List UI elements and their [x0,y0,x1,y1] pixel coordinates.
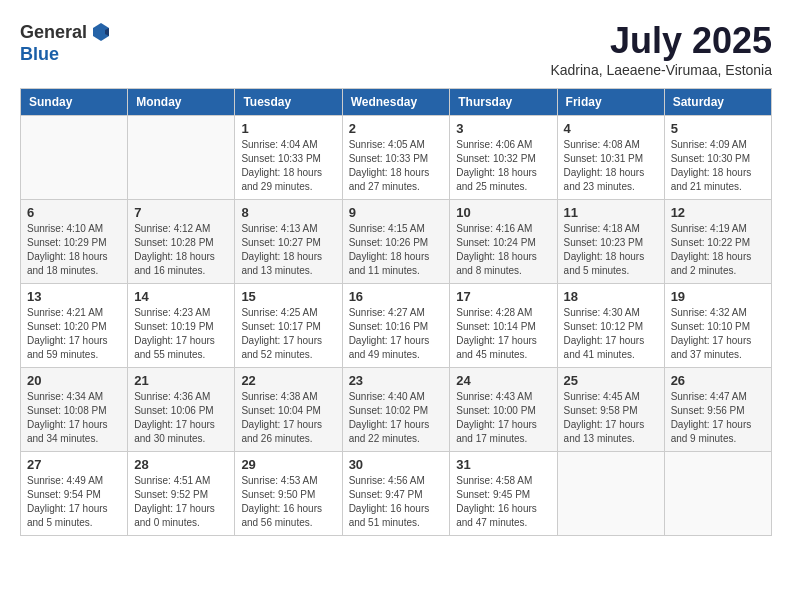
calendar-week-row: 6Sunrise: 4:10 AM Sunset: 10:29 PM Dayli… [21,200,772,284]
calendar-cell: 28Sunrise: 4:51 AM Sunset: 9:52 PM Dayli… [128,452,235,536]
day-number: 26 [671,373,765,388]
day-info: Sunrise: 4:58 AM Sunset: 9:45 PM Dayligh… [456,474,550,530]
calendar-week-row: 13Sunrise: 4:21 AM Sunset: 10:20 PM Dayl… [21,284,772,368]
location-title: Kadrina, Laeaene-Virumaa, Estonia [550,62,772,78]
day-number: 27 [27,457,121,472]
calendar-cell: 18Sunrise: 4:30 AM Sunset: 10:12 PM Dayl… [557,284,664,368]
logo-blue-text: Blue [20,44,59,65]
logo-icon [89,20,113,44]
day-info: Sunrise: 4:15 AM Sunset: 10:26 PM Daylig… [349,222,444,278]
day-number: 19 [671,289,765,304]
day-info: Sunrise: 4:10 AM Sunset: 10:29 PM Daylig… [27,222,121,278]
day-info: Sunrise: 4:53 AM Sunset: 9:50 PM Dayligh… [241,474,335,530]
calendar-cell: 24Sunrise: 4:43 AM Sunset: 10:00 PM Dayl… [450,368,557,452]
calendar-cell: 27Sunrise: 4:49 AM Sunset: 9:54 PM Dayli… [21,452,128,536]
calendar-cell: 5Sunrise: 4:09 AM Sunset: 10:30 PM Dayli… [664,116,771,200]
day-info: Sunrise: 4:47 AM Sunset: 9:56 PM Dayligh… [671,390,765,446]
day-number: 21 [134,373,228,388]
calendar-cell: 2Sunrise: 4:05 AM Sunset: 10:33 PM Dayli… [342,116,450,200]
day-info: Sunrise: 4:09 AM Sunset: 10:30 PM Daylig… [671,138,765,194]
calendar-cell: 12Sunrise: 4:19 AM Sunset: 10:22 PM Dayl… [664,200,771,284]
day-number: 29 [241,457,335,472]
day-number: 16 [349,289,444,304]
day-info: Sunrise: 4:13 AM Sunset: 10:27 PM Daylig… [241,222,335,278]
calendar-cell: 13Sunrise: 4:21 AM Sunset: 10:20 PM Dayl… [21,284,128,368]
day-info: Sunrise: 4:40 AM Sunset: 10:02 PM Daylig… [349,390,444,446]
column-header-saturday: Saturday [664,89,771,116]
calendar-cell: 7Sunrise: 4:12 AM Sunset: 10:28 PM Dayli… [128,200,235,284]
day-number: 14 [134,289,228,304]
day-number: 11 [564,205,658,220]
day-info: Sunrise: 4:49 AM Sunset: 9:54 PM Dayligh… [27,474,121,530]
calendar-cell [128,116,235,200]
day-number: 8 [241,205,335,220]
calendar-cell: 9Sunrise: 4:15 AM Sunset: 10:26 PM Dayli… [342,200,450,284]
day-number: 2 [349,121,444,136]
day-number: 12 [671,205,765,220]
day-info: Sunrise: 4:56 AM Sunset: 9:47 PM Dayligh… [349,474,444,530]
day-number: 17 [456,289,550,304]
calendar-cell: 17Sunrise: 4:28 AM Sunset: 10:14 PM Dayl… [450,284,557,368]
calendar-cell: 31Sunrise: 4:58 AM Sunset: 9:45 PM Dayli… [450,452,557,536]
title-section: July 2025 Kadrina, Laeaene-Virumaa, Esto… [550,20,772,78]
logo: General Blue [20,20,113,65]
day-info: Sunrise: 4:12 AM Sunset: 10:28 PM Daylig… [134,222,228,278]
calendar-cell [21,116,128,200]
day-number: 30 [349,457,444,472]
column-header-monday: Monday [128,89,235,116]
day-info: Sunrise: 4:18 AM Sunset: 10:23 PM Daylig… [564,222,658,278]
day-number: 18 [564,289,658,304]
day-number: 15 [241,289,335,304]
calendar-cell: 3Sunrise: 4:06 AM Sunset: 10:32 PM Dayli… [450,116,557,200]
calendar-cell: 22Sunrise: 4:38 AM Sunset: 10:04 PM Dayl… [235,368,342,452]
day-info: Sunrise: 4:36 AM Sunset: 10:06 PM Daylig… [134,390,228,446]
day-number: 5 [671,121,765,136]
calendar-cell: 29Sunrise: 4:53 AM Sunset: 9:50 PM Dayli… [235,452,342,536]
day-info: Sunrise: 4:45 AM Sunset: 9:58 PM Dayligh… [564,390,658,446]
calendar-cell: 1Sunrise: 4:04 AM Sunset: 10:33 PM Dayli… [235,116,342,200]
calendar-cell: 10Sunrise: 4:16 AM Sunset: 10:24 PM Dayl… [450,200,557,284]
day-number: 10 [456,205,550,220]
day-info: Sunrise: 4:06 AM Sunset: 10:32 PM Daylig… [456,138,550,194]
day-info: Sunrise: 4:19 AM Sunset: 10:22 PM Daylig… [671,222,765,278]
day-info: Sunrise: 4:34 AM Sunset: 10:08 PM Daylig… [27,390,121,446]
calendar-cell: 26Sunrise: 4:47 AM Sunset: 9:56 PM Dayli… [664,368,771,452]
calendar-cell: 20Sunrise: 4:34 AM Sunset: 10:08 PM Dayl… [21,368,128,452]
day-info: Sunrise: 4:04 AM Sunset: 10:33 PM Daylig… [241,138,335,194]
page-header: General Blue July 2025 Kadrina, Laeaene-… [20,20,772,78]
column-header-friday: Friday [557,89,664,116]
day-number: 24 [456,373,550,388]
day-number: 9 [349,205,444,220]
day-info: Sunrise: 4:32 AM Sunset: 10:10 PM Daylig… [671,306,765,362]
logo-general-text: General [20,22,87,43]
day-info: Sunrise: 4:51 AM Sunset: 9:52 PM Dayligh… [134,474,228,530]
day-number: 6 [27,205,121,220]
calendar-cell: 8Sunrise: 4:13 AM Sunset: 10:27 PM Dayli… [235,200,342,284]
calendar-header-row: SundayMondayTuesdayWednesdayThursdayFrid… [21,89,772,116]
column-header-tuesday: Tuesday [235,89,342,116]
calendar-cell: 25Sunrise: 4:45 AM Sunset: 9:58 PM Dayli… [557,368,664,452]
day-number: 13 [27,289,121,304]
day-info: Sunrise: 4:05 AM Sunset: 10:33 PM Daylig… [349,138,444,194]
calendar-week-row: 1Sunrise: 4:04 AM Sunset: 10:33 PM Dayli… [21,116,772,200]
calendar-week-row: 20Sunrise: 4:34 AM Sunset: 10:08 PM Dayl… [21,368,772,452]
day-info: Sunrise: 4:38 AM Sunset: 10:04 PM Daylig… [241,390,335,446]
day-info: Sunrise: 4:08 AM Sunset: 10:31 PM Daylig… [564,138,658,194]
day-info: Sunrise: 4:27 AM Sunset: 10:16 PM Daylig… [349,306,444,362]
day-info: Sunrise: 4:16 AM Sunset: 10:24 PM Daylig… [456,222,550,278]
day-info: Sunrise: 4:30 AM Sunset: 10:12 PM Daylig… [564,306,658,362]
calendar-cell: 23Sunrise: 4:40 AM Sunset: 10:02 PM Dayl… [342,368,450,452]
day-info: Sunrise: 4:25 AM Sunset: 10:17 PM Daylig… [241,306,335,362]
day-number: 20 [27,373,121,388]
day-info: Sunrise: 4:28 AM Sunset: 10:14 PM Daylig… [456,306,550,362]
column-header-thursday: Thursday [450,89,557,116]
day-number: 25 [564,373,658,388]
calendar-cell [557,452,664,536]
calendar-cell: 21Sunrise: 4:36 AM Sunset: 10:06 PM Dayl… [128,368,235,452]
calendar-week-row: 27Sunrise: 4:49 AM Sunset: 9:54 PM Dayli… [21,452,772,536]
calendar-cell: 30Sunrise: 4:56 AM Sunset: 9:47 PM Dayli… [342,452,450,536]
day-number: 3 [456,121,550,136]
day-number: 1 [241,121,335,136]
calendar-cell: 14Sunrise: 4:23 AM Sunset: 10:19 PM Dayl… [128,284,235,368]
day-number: 4 [564,121,658,136]
